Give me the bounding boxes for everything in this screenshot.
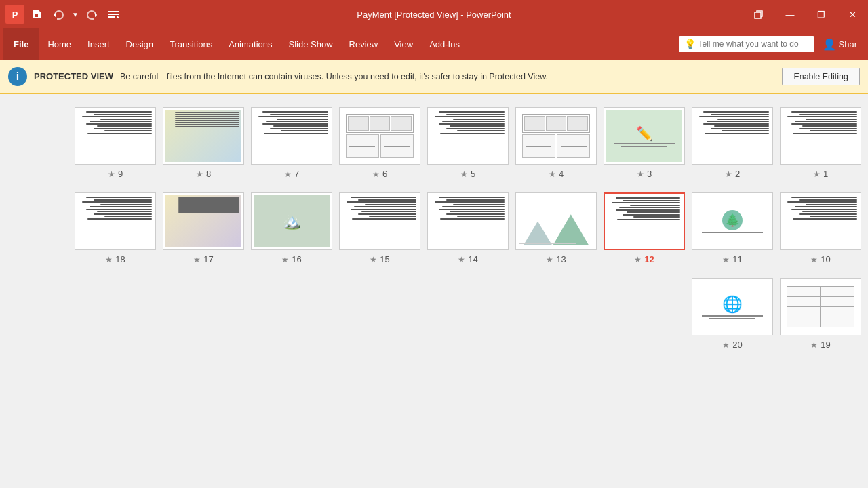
slide-item-9[interactable]: ★9 [75,107,156,179]
slide-thumb-20[interactable]: 🌐 [692,278,773,336]
slide-item-12[interactable]: ★12 [604,192,685,264]
search-box[interactable]: 💡 [679,36,814,52]
slide-item-3[interactable]: ✏️ ★3 [604,107,685,179]
star-icon-16[interactable]: ★ [281,255,289,264]
star-icon-4[interactable]: ★ [549,169,556,179]
slide-thumb-18[interactable] [75,192,156,250]
slide-meta-6: ★6 [372,169,387,179]
slide-thumb-5[interactable] [427,107,509,165]
slide-thumb-14[interactable] [427,192,509,250]
slide-number-5: 5 [471,169,475,179]
tab-view[interactable]: View [386,34,421,55]
star-icon-3[interactable]: ★ [637,169,644,179]
slide-thumb-10[interactable] [780,192,861,250]
star-icon-20[interactable]: ★ [722,340,730,350]
quick-access-toolbar: P ▼ [0,5,129,24]
svg-rect-1 [108,14,119,15]
star-icon-17[interactable]: ★ [193,255,201,264]
star-icon-10[interactable]: ★ [810,255,818,264]
star-icon-13[interactable]: ★ [546,255,553,264]
maximize-btn[interactable]: ❐ [806,0,837,28]
slide-item-20[interactable]: 🌐 ★20 [692,278,773,350]
restore-window-btn[interactable] [743,0,774,28]
star-icon-11[interactable]: ★ [722,255,730,264]
star-icon-9[interactable]: ★ [108,169,115,179]
slide-item-10[interactable]: ★10 [780,192,861,264]
slide-thumb-15[interactable] [339,192,420,250]
slide-thumb-6[interactable] [339,107,420,165]
slide-item-18[interactable]: ★18 [75,192,156,264]
slide-meta-9: ★9 [108,169,123,179]
slide-item-4[interactable]: ★4 [515,107,597,179]
undo-dropdown[interactable]: ▼ [71,5,80,24]
star-icon-2[interactable]: ★ [725,169,732,179]
slide-thumb-12[interactable] [604,192,685,250]
tab-design[interactable]: Design [118,34,161,55]
star-icon-14[interactable]: ★ [458,255,465,264]
star-icon-5[interactable]: ★ [460,169,468,179]
tab-insert[interactable]: Insert [79,34,118,55]
slide-meta-2: ★2 [725,169,740,179]
slide-thumb-7[interactable] [251,107,332,165]
tab-transitions[interactable]: Transitions [161,34,220,55]
slide-item-16[interactable]: 🏔️ ★16 [251,192,332,264]
slide-meta-18: ★18 [105,254,125,264]
slide-item-1[interactable]: ★1 [780,107,861,179]
tab-review[interactable]: Review [341,34,387,55]
tab-animations[interactable]: Animations [220,34,280,55]
slide-number-7: 7 [294,169,299,179]
slide-thumb-3[interactable]: ✏️ [604,107,685,165]
slide-item-17[interactable]: ★17 [163,192,244,264]
minimize-btn[interactable]: — [774,0,806,28]
slide-item-15[interactable]: ★15 [339,192,420,264]
protected-view-message: Be careful—files from the Internet can c… [120,72,775,81]
tab-home[interactable]: Home [39,34,79,55]
slide-thumb-9[interactable] [75,107,156,165]
customize-qat[interactable] [104,5,123,24]
save-button[interactable] [27,5,46,24]
slide-item-6[interactable]: ★6 [339,107,420,179]
slide-item-8[interactable]: ★8 [163,107,244,179]
star-icon-18[interactable]: ★ [105,255,113,264]
slide-thumb-4[interactable] [515,107,597,165]
star-icon-1[interactable]: ★ [813,169,821,179]
svg-rect-0 [108,11,119,12]
tab-file[interactable]: File [3,28,39,60]
star-icon-19[interactable]: ★ [810,340,818,350]
star-icon-6[interactable]: ★ [372,169,380,179]
slide-thumb-2[interactable] [692,107,773,165]
window-controls: — ❐ ✕ [743,0,868,28]
slide-thumb-16[interactable]: 🏔️ [251,192,332,250]
star-icon-12[interactable]: ★ [634,255,642,264]
tab-slideshow[interactable]: Slide Show [281,34,341,55]
info-icon: i [8,67,27,86]
redo-button[interactable] [83,5,102,24]
slide-number-10: 10 [821,254,830,264]
star-icon-7[interactable]: ★ [284,169,292,179]
slide-item-14[interactable]: ★14 [427,192,509,264]
search-input[interactable] [698,39,807,49]
title-bar: P ▼ PayMent [Protected View] - PowerPoin… [0,0,868,28]
slide-thumb-1[interactable] [780,107,861,165]
slide-meta-12: ★12 [634,254,654,264]
slide-thumb-17[interactable] [163,192,244,250]
slide-item-11[interactable]: 🌲 ★11 [692,192,773,264]
star-icon-15[interactable]: ★ [370,255,377,264]
slide-item-2[interactable]: ★2 [692,107,773,179]
slide-thumb-19[interactable] [780,278,861,336]
slide-meta-7: ★7 [284,169,299,179]
tab-addins[interactable]: Add-Ins [421,34,468,55]
slide-item-7[interactable]: ★7 [251,107,332,179]
enable-editing-button[interactable]: Enable Editing [782,68,860,85]
star-icon-8[interactable]: ★ [196,169,203,179]
slide-item-5[interactable]: ★5 [427,107,509,179]
slide-thumb-13[interactable] [515,192,597,250]
user-area[interactable]: 👤 Shar [814,38,865,51]
undo-button[interactable] [49,5,68,24]
slide-item-13[interactable]: ★13 [515,192,597,264]
slide-item-19[interactable]: ★19 [780,278,861,350]
close-btn[interactable]: ✕ [837,0,868,28]
slide-meta-13: ★13 [546,254,566,264]
slide-thumb-11[interactable]: 🌲 [692,192,773,250]
slide-thumb-8[interactable] [163,107,244,165]
